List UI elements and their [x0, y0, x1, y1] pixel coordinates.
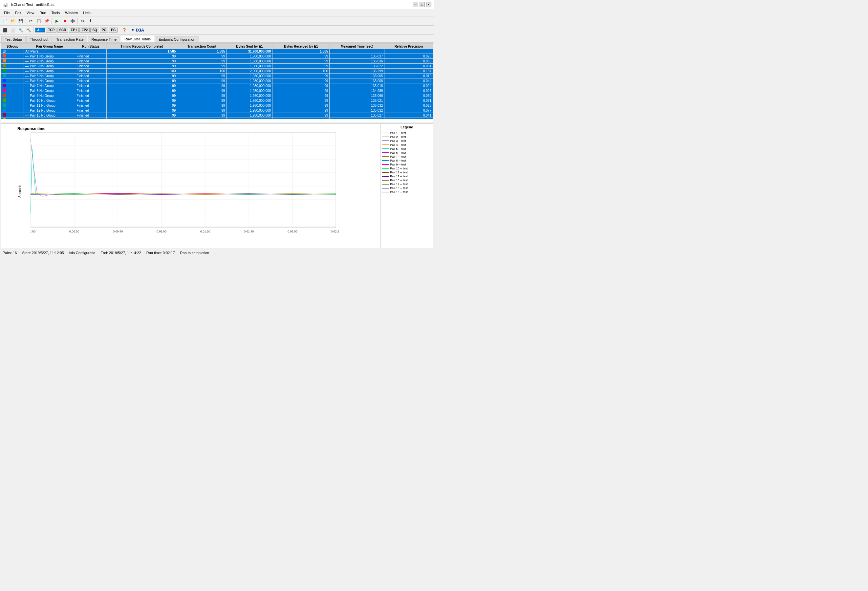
- table-row[interactable]: —Pair 8 No Group Finished 99 99 1,980,00…: [1, 88, 433, 93]
- tab-transaction-rate[interactable]: Transaction Rate: [53, 36, 87, 42]
- filter-ep2[interactable]: EP2: [80, 28, 90, 33]
- col-run-status: Run Status: [75, 44, 107, 49]
- legend-item: Pair 15 -- test: [382, 186, 432, 190]
- status-pairs: Pairs: 16: [3, 251, 17, 255]
- table-row[interactable]: —Pair 13 No Group Finished 99 99 1,980,0…: [1, 113, 433, 118]
- tab-raw-data-totals[interactable]: Raw Data Totals: [121, 36, 154, 42]
- results-table: $Group Pair Group Name Run Status Timing…: [1, 44, 433, 119]
- tb2-btn4[interactable]: 🔨: [25, 27, 32, 34]
- col-measured-time: Measured Time (sec): [329, 44, 384, 49]
- menu-tools[interactable]: Tools: [49, 10, 63, 15]
- window-title: IxChariot Test - untitled1.tst: [11, 3, 55, 7]
- tb2-btn1[interactable]: ⬛: [1, 27, 9, 34]
- table-row[interactable]: —Pair 4 No Group Finished 100 100 2,000,…: [1, 69, 433, 74]
- legend-label: Pair 6 -- test: [390, 151, 406, 154]
- toolbar-filters: ⬛ ⬜ 🔧 🔨 ALL TCP SCR EP1 EP2 SQ PG PC ❓ ✦…: [0, 26, 434, 35]
- paste-button[interactable]: 📌: [43, 18, 50, 25]
- table-scroll-area[interactable]: $Group Pair Group Name Run Status Timing…: [1, 44, 433, 119]
- tab-endpoint-config[interactable]: Endpoint Configuration: [155, 36, 199, 42]
- table-row[interactable]: —Pair 7 No Group Finished 99 99 1,980,00…: [1, 83, 433, 88]
- col-transaction: Transaction Count: [177, 44, 226, 49]
- svg-text:0:00:40: 0:00:40: [113, 230, 123, 233]
- legend-label: Pair 12 -- test: [390, 175, 408, 178]
- legend-color-line: [382, 152, 389, 153]
- copy-button[interactable]: 📋: [35, 18, 42, 25]
- filter-tcp[interactable]: TCP: [46, 28, 56, 33]
- legend-item: Pair 1 -- test: [382, 131, 432, 134]
- legend-label: Pair 16 -- test: [390, 191, 408, 194]
- tab-response-time[interactable]: Response Time: [88, 36, 120, 42]
- save-button[interactable]: 💾: [17, 18, 24, 25]
- toolbar-1: 📄 📂 💾 ✂ 📋 📌 ▶ ■ ➕ ⚙ ℹ: [0, 16, 434, 26]
- legend-item: Pair 5 -- test: [382, 147, 432, 151]
- legend-item: Pair 12 -- test: [382, 175, 432, 178]
- help-icon[interactable]: ❓: [121, 27, 128, 34]
- legend-label: Pair 10 -- test: [390, 167, 408, 170]
- table-row[interactable]: —Pair 11 No Group Finished 99 99 1,980,0…: [1, 103, 433, 108]
- table-row[interactable]: —Pair 3 No Group Finished 99 99 1,980,00…: [1, 64, 433, 69]
- legend-item: Pair 4 -- test: [382, 143, 432, 146]
- menu-view[interactable]: View: [24, 10, 37, 15]
- legend-color-line: [382, 184, 389, 185]
- new-button[interactable]: 📄: [1, 18, 9, 25]
- legend-color-line: [382, 133, 389, 133]
- tb2-btn2[interactable]: ⬜: [9, 27, 16, 34]
- tab-throughput[interactable]: Throughput: [26, 36, 52, 42]
- legend-label: Pair 7 -- test: [390, 155, 406, 158]
- table-row[interactable]: —Pair 9 No Group Finished 99 99 1,980,00…: [1, 93, 433, 98]
- info-button[interactable]: ℹ: [87, 18, 94, 25]
- chart-main: Response time Seconds: [1, 124, 381, 248]
- legend-items-container: Pair 1 -- test Pair 2 -- test Pair 3 -- …: [382, 131, 432, 194]
- settings-button[interactable]: ⚙: [79, 18, 86, 25]
- table-row[interactable]: —Pair 5 No Group Finished 99 99 1,980,00…: [1, 74, 433, 78]
- table-row[interactable]: —Pair 6 No Group Finished 99 99 1,980,00…: [1, 78, 433, 83]
- col-bytes-sent: Bytes Sent by E1: [226, 44, 273, 49]
- filter-ep1[interactable]: EP1: [69, 28, 79, 33]
- add-button[interactable]: ➕: [69, 18, 76, 25]
- table-row[interactable]: —Pair 1 No Group Finished 99 99 1,980,00…: [1, 54, 433, 59]
- filter-pc[interactable]: PC: [109, 28, 118, 33]
- status-end: End: 2019/5/27, 11:14:22: [100, 251, 141, 255]
- tab-test-setup[interactable]: Test Setup: [1, 36, 26, 42]
- ixia-logo: ✦ IXIA: [131, 28, 144, 33]
- close-button[interactable]: ✕: [426, 2, 431, 7]
- stop-button[interactable]: ■: [61, 18, 68, 25]
- filter-pg[interactable]: PG: [100, 28, 108, 33]
- svg-rect-0: [31, 132, 336, 228]
- menu-edit[interactable]: Edit: [12, 10, 24, 15]
- open-button[interactable]: 📂: [9, 18, 16, 25]
- legend-item: Pair 10 -- test: [382, 167, 432, 170]
- table-row[interactable]: —Pair 12 No Group Finished 99 99 1,980,0…: [1, 108, 433, 113]
- col-precision: Relative Precision: [384, 44, 433, 49]
- all-pairs-row[interactable]: ☑ All Pairs 1,585 1,585 31,700,000,000 1…: [1, 49, 433, 54]
- minimize-button[interactable]: —: [413, 2, 418, 7]
- menu-run[interactable]: Run: [37, 10, 49, 15]
- table-row[interactable]: —Pair 14 No Group Finished 99 99 1,980,0…: [1, 118, 433, 120]
- run-button[interactable]: ▶: [53, 18, 61, 25]
- tab-bar: Test Setup Throughput Transaction Rate R…: [0, 35, 434, 43]
- filter-scr[interactable]: SCR: [57, 28, 68, 33]
- menu-help[interactable]: Help: [80, 10, 93, 15]
- svg-text:Elapsed time (h:mm:ss): Elapsed time (h:mm:ss): [166, 234, 200, 234]
- col-bytes-received: Bytes Received by E1: [273, 44, 329, 49]
- tb2-btn3[interactable]: 🔧: [17, 27, 24, 34]
- legend-color-line: [382, 180, 389, 180]
- table-row[interactable]: —Pair 10 No Group Finished 99 99 1,980,0…: [1, 98, 433, 103]
- legend-color-line: [382, 172, 389, 173]
- filter-all[interactable]: ALL: [35, 28, 45, 33]
- sep-4: [34, 27, 34, 33]
- sep-3: [77, 18, 78, 24]
- menu-window[interactable]: Window: [62, 10, 80, 15]
- legend-item: Pair 16 -- test: [382, 191, 432, 194]
- table-row[interactable]: —Pair 2 No Group Finished 99 99 1,980,00…: [1, 59, 433, 64]
- legend-label: Pair 9 -- test: [390, 163, 406, 166]
- legend-label: Pair 1 -- test: [390, 131, 406, 134]
- status-completion: Ran to completion: [180, 251, 210, 255]
- cut-button[interactable]: ✂: [27, 18, 34, 25]
- maximize-button[interactable]: □: [419, 2, 425, 7]
- filter-sq[interactable]: SQ: [90, 28, 99, 33]
- legend-label: Pair 2 -- test: [390, 135, 406, 139]
- legend-label: Pair 15 -- test: [390, 186, 408, 190]
- status-config: Ixia Configuratio: [69, 251, 96, 255]
- menu-file[interactable]: File: [1, 10, 12, 15]
